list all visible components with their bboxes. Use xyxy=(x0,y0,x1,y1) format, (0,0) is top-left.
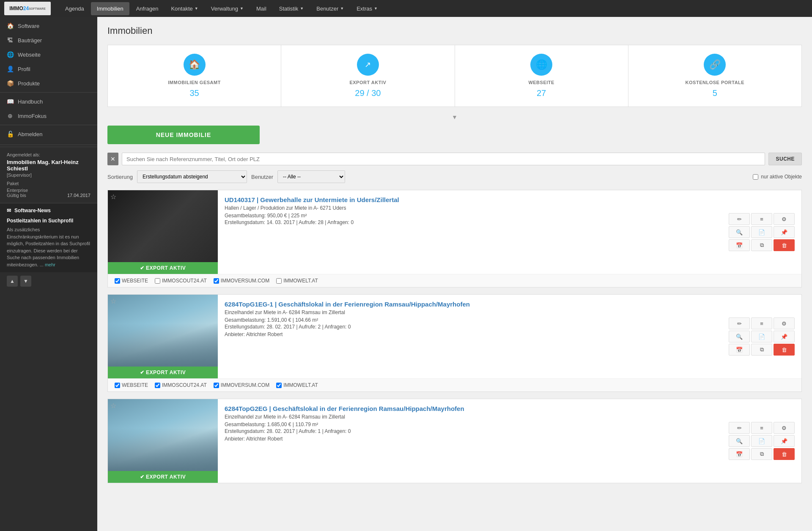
prop-star-0[interactable]: ☆ xyxy=(110,193,116,201)
edit-button-1[interactable]: ✏ xyxy=(729,318,750,329)
search-clear-button[interactable]: ✕ xyxy=(107,153,118,165)
portal-webseite-0: WEBSEITE xyxy=(115,278,148,284)
settings-button-0[interactable]: ⚙ xyxy=(774,213,795,225)
mehr-link[interactable]: mehr xyxy=(45,262,55,267)
nav-benutzer[interactable]: Benutzer ▼ xyxy=(310,2,350,15)
arrow-up-button[interactable]: ▲ xyxy=(7,276,18,287)
prop-title-2[interactable]: 6284TopG2EG | Geschäftslokal in der Feri… xyxy=(225,405,719,412)
portal-immowelt-check-0[interactable] xyxy=(276,278,282,284)
portal-immoversum-check-1[interactable] xyxy=(214,383,219,388)
sidebar-item-abmelden[interactable]: 🔓 Abmelden xyxy=(0,127,97,141)
portal-immoscout-0: IMMOSCOUT24.AT xyxy=(155,278,207,284)
prop-gesamtbelastung-2: Gesamtbelastung: 1.685,00 € | 110.79 m² xyxy=(225,422,719,427)
nav-verwaltung[interactable]: Verwaltung ▼ xyxy=(205,2,250,15)
sidebar-item-profil[interactable]: 👤 Profil xyxy=(0,62,97,76)
calendar-button-2[interactable]: 📅 xyxy=(729,448,750,460)
new-immobilie-button[interactable]: NEUE IMMOBILIE xyxy=(107,126,260,144)
copy-button-0[interactable]: ⧉ xyxy=(751,239,772,251)
sidebar-item-bautraeger[interactable]: 🏗 Bauträger xyxy=(0,33,97,47)
nav-items: Agenda Immobilien Anfragen Kontakte ▼ Ve… xyxy=(59,2,384,15)
stat-icon-immobilien: 🏠 xyxy=(184,54,206,76)
settings-button-2[interactable]: ⚙ xyxy=(774,422,795,434)
copy-button-1[interactable]: ⧉ xyxy=(751,344,772,356)
prop-actions-row-2-2: 🔍 📄 📌 xyxy=(729,435,798,447)
settings-button-1[interactable]: ⚙ xyxy=(774,318,795,329)
property-card-body-1: ☆ EXPORT AKTIV 6284TopG1EG-1 | Geschäfts… xyxy=(108,295,801,378)
prop-actions-row-0-1: ✏ ≡ ⚙ xyxy=(729,213,798,225)
stat-value-2: 27 xyxy=(537,88,546,98)
export-aktiv-bar-2[interactable]: EXPORT AKTIV xyxy=(108,471,218,483)
prop-erstellungsdatum-1: Erstellungsdatum: 28. 02. 2017 | Aufrufe… xyxy=(225,324,719,330)
enterprise-label: Enterprise xyxy=(7,188,28,193)
portal-immowelt-0: IMMOWELT.AT xyxy=(276,278,318,284)
doc-button-1[interactable]: 📄 xyxy=(751,331,772,342)
nav-anfragen[interactable]: Anfragen xyxy=(130,2,165,15)
portal-webseite-check-0[interactable] xyxy=(115,278,120,284)
prop-info-0: UD140317 | Gewerbehalle zur Untermiete i… xyxy=(218,190,725,274)
calendar-button-0[interactable]: 📅 xyxy=(729,239,750,251)
delete-button-0[interactable]: 🗑 xyxy=(774,239,795,251)
list-button-1[interactable]: ≡ xyxy=(751,318,772,329)
nav-kontakte[interactable]: Kontakte ▼ xyxy=(165,2,204,15)
sidebar-arrows: ▲ ▼ xyxy=(0,272,97,290)
nav-mail[interactable]: Mail xyxy=(250,2,272,15)
portal-webseite-check-1[interactable] xyxy=(115,383,120,388)
portal-immoscout-check-0[interactable] xyxy=(155,278,160,284)
export-aktiv-bar-1[interactable]: EXPORT AKTIV xyxy=(108,367,218,378)
delete-button-2[interactable]: 🗑 xyxy=(774,448,795,460)
delete-button-1[interactable]: 🗑 xyxy=(774,344,795,356)
nur-aktive-checkbox[interactable] xyxy=(753,174,758,180)
pin-button-2[interactable]: 📌 xyxy=(774,435,795,447)
page-title: Immobilien xyxy=(107,25,802,36)
property-card-body-0: ☆ EXPORT AKTIV UD140317 | Gewerbehalle z… xyxy=(108,190,801,274)
edit-button-0[interactable]: ✏ xyxy=(729,213,750,225)
software-news-title[interactable]: ✉ Software-News xyxy=(7,208,91,213)
collapse-stats[interactable]: ▼ xyxy=(107,114,802,120)
search-button-0[interactable]: 🔍 xyxy=(729,226,750,238)
portal-immoscout-check-1[interactable] xyxy=(155,383,160,388)
benutzer-select[interactable]: -- Alle -- xyxy=(277,170,345,183)
portal-immoversum-check-0[interactable] xyxy=(214,278,219,284)
angemeldet-als-label: Angemeldet als: xyxy=(7,152,91,157)
prop-star-2[interactable]: ☆ xyxy=(110,402,116,410)
edit-button-2[interactable]: ✏ xyxy=(729,422,750,434)
warehouse-image xyxy=(108,190,218,262)
sidebar-item-produkte[interactable]: 📦 Produkte xyxy=(0,76,97,90)
search-button-2[interactable]: 🔍 xyxy=(729,435,750,447)
doc-button-0[interactable]: 📄 xyxy=(751,226,772,238)
search-button-1[interactable]: 🔍 xyxy=(729,331,750,342)
sidebar-item-handbuch[interactable]: 📖 Handbuch xyxy=(0,94,97,109)
list-button-0[interactable]: ≡ xyxy=(751,213,772,225)
pin-button-0[interactable]: 📌 xyxy=(774,226,795,238)
logout-icon: 🔓 xyxy=(7,131,14,137)
prop-title-1[interactable]: 6284TopG1EG-1 | Geschäftslokal in der Fe… xyxy=(225,301,719,308)
prop-title-0[interactable]: UD140317 | Gewerbehalle zur Untermiete i… xyxy=(225,196,719,203)
nav-statistik[interactable]: Statistik ▼ xyxy=(273,2,310,15)
search-button[interactable]: SUCHE xyxy=(768,153,802,165)
copy-button-2[interactable]: ⧉ xyxy=(751,448,772,460)
prop-star-1[interactable]: ☆ xyxy=(110,297,116,305)
search-input[interactable] xyxy=(122,153,765,165)
list-button-2[interactable]: ≡ xyxy=(751,422,772,434)
doc-button-2[interactable]: 📄 xyxy=(751,435,772,447)
nav-immobilien[interactable]: Immobilien xyxy=(91,2,129,15)
gueltig-value: 17.04.2017 xyxy=(67,193,91,198)
portal-immowelt-check-1[interactable] xyxy=(276,383,282,388)
sortierung-label: Sortierung xyxy=(107,174,133,180)
export-aktiv-bar-0[interactable]: EXPORT AKTIV xyxy=(108,262,218,274)
sidebar-item-software[interactable]: 🏠 Software xyxy=(0,19,97,33)
nav-agenda[interactable]: Agenda xyxy=(59,2,90,15)
sidebar-news: ✉ Software-News Postleitzahlen in Suchpr… xyxy=(0,203,97,272)
pin-button-1[interactable]: 📌 xyxy=(774,331,795,342)
logo[interactable]: IMMO24 SOFTWARE xyxy=(4,2,51,15)
nav-extras[interactable]: Extras ▼ xyxy=(351,2,384,15)
gueltig-row: Gültig bis 17.04.2017 xyxy=(7,193,91,198)
sortierung-select[interactable]: Erstellungsdatum absteigend Erstellungsd… xyxy=(137,170,247,183)
nur-aktive-row: nur aktive Objekte xyxy=(753,174,802,180)
sidebar-user-meta: Angemeldet als: Immobilien Mag. Karl-Hei… xyxy=(0,147,97,203)
calendar-button-1[interactable]: 📅 xyxy=(729,344,750,356)
arrow-down-button[interactable]: ▼ xyxy=(20,276,31,287)
prop-actions-1: ✏ ≡ ⚙ 🔍 📄 📌 📅 ⧉ 🗑 xyxy=(725,295,801,378)
sidebar-item-immofokus[interactable]: ⊕ ImmoFokus xyxy=(0,109,97,123)
sidebar-item-webseite[interactable]: 🌐 Webseite xyxy=(0,47,97,62)
